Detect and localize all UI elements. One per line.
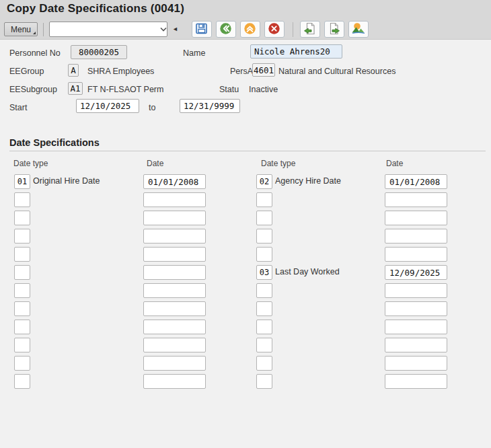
ee-subgroup-field[interactable] [68, 82, 83, 95]
collapse-toolbar-icon[interactable]: ◄ [172, 26, 178, 32]
date-input[interactable] [385, 301, 447, 316]
date-type-input[interactable] [14, 320, 30, 334]
date-input[interactable] [385, 247, 447, 262]
date-type-input[interactable] [14, 265, 30, 280]
date-type-input[interactable] [256, 211, 272, 225]
date-input[interactable] [143, 174, 206, 189]
to-label: to [149, 103, 155, 112]
date-type-input[interactable] [256, 301, 272, 316]
personnel-no-label: Personnel No [9, 48, 61, 58]
cancel-button[interactable] [264, 21, 285, 38]
name-field[interactable] [250, 44, 342, 59]
ee-subgroup-text: FT N-FLSAOT Perm [87, 85, 163, 94]
date-spec-row: Last Day Worked [0, 263, 491, 281]
date-type-input[interactable] [256, 320, 272, 334]
overview-icon [352, 22, 365, 36]
date-input[interactable] [143, 247, 206, 262]
toolbar-divider [43, 23, 44, 36]
date-type-input[interactable] [256, 229, 272, 244]
date-type-input[interactable] [14, 247, 30, 262]
column-header-date-right: Date [386, 159, 403, 168]
date-input[interactable] [143, 301, 206, 316]
date-type-input[interactable] [14, 192, 30, 207]
end-date-field[interactable] [180, 99, 240, 113]
date-type-input[interactable] [14, 374, 30, 389]
start-date-field[interactable] [76, 99, 139, 113]
date-input[interactable] [385, 229, 447, 244]
command-combobox[interactable] [49, 22, 167, 37]
date-type-input[interactable] [14, 229, 30, 244]
menu-button[interactable]: Menu [4, 22, 38, 36]
save-icon [195, 22, 208, 37]
personnel-no-field[interactable] [71, 45, 127, 59]
date-type-input[interactable] [256, 265, 272, 280]
ee-group-field[interactable] [68, 64, 79, 77]
save-button[interactable] [192, 21, 212, 38]
previous-record-button[interactable] [300, 21, 320, 38]
date-type-input[interactable] [256, 247, 272, 262]
date-type-label: Original Hire Date [33, 176, 100, 186]
date-spec-row [0, 299, 491, 318]
date-input[interactable] [143, 211, 206, 225]
date-type-input[interactable] [256, 174, 272, 189]
date-input[interactable] [385, 265, 447, 280]
menu-corner-icon [33, 32, 36, 34]
back-button[interactable] [216, 21, 236, 38]
date-input[interactable] [385, 320, 447, 334]
date-input[interactable] [143, 283, 206, 298]
command-input[interactable] [50, 22, 159, 36]
date-type-input[interactable] [256, 283, 272, 298]
up-icon [243, 22, 256, 37]
date-input[interactable] [385, 374, 447, 389]
overview-button[interactable] [348, 21, 369, 38]
toolbar-divider [293, 22, 293, 37]
next-record-button[interactable] [324, 21, 344, 38]
date-type-label: Last Day Worked [275, 267, 340, 276]
date-type-input[interactable] [14, 301, 30, 316]
column-header-date-type-right: Date type [261, 159, 295, 168]
start-label: Start [9, 103, 27, 112]
date-input[interactable] [385, 211, 447, 225]
section-divider [9, 151, 486, 151]
date-spec-row: Original Hire DateAgency Hire Date [0, 172, 491, 190]
date-input[interactable] [385, 192, 447, 207]
date-input[interactable] [143, 374, 206, 389]
exit-button[interactable] [240, 21, 260, 38]
date-type-input[interactable] [14, 338, 30, 352]
date-input[interactable] [143, 338, 206, 352]
ee-group-label: EEGroup [9, 67, 44, 76]
date-input[interactable] [143, 265, 206, 280]
date-input[interactable] [385, 283, 447, 298]
date-input[interactable] [385, 338, 447, 352]
date-spec-rows: Original Hire DateAgency Hire DateLast D… [0, 172, 491, 390]
menu-button-label: Menu [11, 25, 31, 34]
date-type-input[interactable] [256, 338, 272, 352]
date-type-input[interactable] [14, 356, 30, 371]
date-input[interactable] [143, 192, 206, 207]
date-type-input[interactable] [256, 356, 272, 371]
date-type-input[interactable] [14, 211, 30, 225]
status-label: Statu [219, 85, 239, 94]
date-spec-row [0, 318, 491, 336]
next-record-icon [328, 22, 340, 37]
date-type-input[interactable] [256, 192, 272, 207]
date-type-input[interactable] [14, 283, 30, 298]
date-input[interactable] [143, 356, 206, 371]
date-input[interactable] [385, 174, 447, 189]
back-icon [219, 22, 232, 37]
date-spec-row [0, 354, 491, 372]
date-input[interactable] [143, 229, 206, 244]
name-label: Name [183, 48, 205, 58]
date-type-input[interactable] [14, 174, 30, 189]
column-header-date-type-left: Date type [13, 159, 48, 168]
cancel-icon [268, 22, 280, 37]
pers-a-field[interactable] [252, 63, 275, 77]
ee-group-text: SHRA Employees [87, 67, 154, 76]
date-input[interactable] [143, 320, 206, 334]
date-type-input[interactable] [256, 374, 272, 389]
chevron-down-icon[interactable] [159, 27, 167, 32]
date-spec-row [0, 190, 491, 209]
date-input[interactable] [385, 356, 447, 371]
date-type-label: Agency Hire Date [275, 176, 341, 186]
status-value: Inactive [249, 85, 278, 94]
